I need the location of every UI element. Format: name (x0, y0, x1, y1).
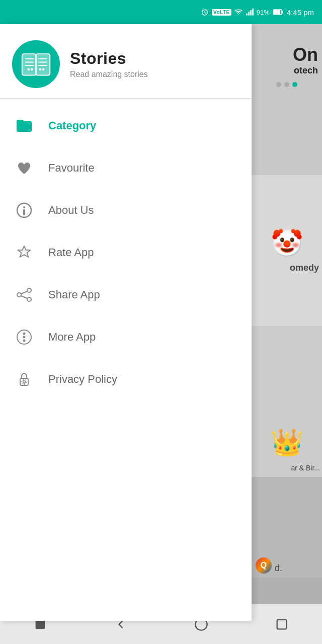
svg-point-18 (39, 68, 41, 71)
svg-line-26 (21, 291, 27, 294)
privacy-policy-label: Privacy Policy (48, 373, 117, 386)
ad-card: Q d. (252, 477, 322, 578)
rate-app-label: Rate App (48, 246, 94, 259)
svg-rect-4 (252, 9, 254, 16)
svg-point-21 (23, 206, 25, 208)
crown-emoji: 👑 (271, 427, 303, 458)
signal-icon (246, 8, 254, 16)
more-app-label: More App (48, 331, 96, 344)
heart-icon (14, 158, 34, 178)
svg-rect-2 (248, 12, 250, 15)
svg-point-31 (23, 340, 26, 342)
drawer-menu: Category Favourite (0, 99, 252, 621)
svg-point-17 (31, 68, 33, 71)
main-layout: Stories Read amazing stories Category (0, 24, 322, 621)
battery-percent: 91% (257, 9, 270, 16)
svg-rect-6 (274, 10, 280, 14)
menu-item-about-us[interactable]: About Us (0, 189, 252, 231)
share-icon (14, 285, 34, 305)
svg-point-24 (17, 293, 21, 297)
banner-text-sub: otech (252, 65, 322, 76)
menu-item-privacy-policy[interactable]: Privacy Policy (0, 358, 252, 400)
folder-icon (14, 116, 34, 136)
ad-text: d. (275, 563, 282, 574)
wifi-icon (234, 8, 243, 16)
birthday-label: ar & Bir... (291, 464, 322, 472)
battery-icon (273, 9, 284, 16)
favourite-label: Favourite (48, 162, 95, 175)
menu-item-category[interactable]: Category (0, 105, 252, 147)
svg-rect-1 (246, 14, 248, 16)
menu-item-favourite[interactable]: Favourite (0, 147, 252, 189)
clown-emoji: 🤡 (271, 228, 303, 259)
drawer-header: Stories Read amazing stories (0, 24, 252, 99)
app-title: Stories (70, 49, 148, 68)
time-display: 4:45 pm (287, 8, 314, 17)
comedy-label: omedy (290, 263, 322, 273)
privacy-icon (14, 369, 34, 389)
svg-point-16 (27, 68, 30, 71)
svg-point-25 (27, 297, 31, 301)
menu-item-rate-app[interactable]: Rate App (0, 231, 252, 274)
more-icon (14, 327, 34, 347)
alarm-icon (201, 8, 209, 16)
about-us-label: About Us (48, 204, 94, 217)
banner-text-big: On (252, 24, 322, 65)
svg-point-19 (42, 68, 45, 71)
status-icons: VoLTE 91% 4:45 pm (201, 8, 314, 17)
dot-1 (276, 82, 281, 87)
dot-3-active (292, 82, 297, 87)
app-subtitle: Read amazing stories (70, 70, 148, 79)
right-panel: On otech 🤡 omedy 👑 ar & Bir... Q d. (252, 24, 322, 621)
ad-logo: Q (256, 557, 272, 574)
app-info: Stories Read amazing stories (70, 49, 148, 79)
info-icon (14, 200, 34, 220)
banner-card-1: On otech (252, 24, 322, 175)
svg-rect-3 (250, 10, 252, 16)
menu-item-more-app[interactable]: More App (0, 316, 252, 358)
svg-line-27 (21, 296, 27, 298)
svg-point-29 (23, 333, 26, 335)
recent-button[interactable] (267, 609, 297, 639)
svg-rect-22 (23, 209, 25, 215)
svg-point-30 (23, 336, 26, 339)
dot-2 (284, 82, 289, 87)
volte-badge: VoLTE (212, 9, 231, 16)
menu-item-share-app[interactable]: Share App (0, 274, 252, 316)
category-label: Category (48, 119, 96, 132)
svg-point-23 (27, 288, 31, 292)
status-bar: VoLTE 91% 4:45 pm (0, 0, 322, 24)
book-icon (20, 48, 52, 80)
navigation-drawer: Stories Read amazing stories Category (0, 24, 252, 621)
category-card-birthday: 👑 ar & Bir... (252, 326, 322, 477)
app-logo (12, 40, 60, 88)
svg-rect-40 (277, 619, 287, 629)
category-card-comedy: 🤡 omedy (252, 175, 322, 326)
carousel-dots (252, 76, 322, 91)
star-icon (14, 243, 34, 263)
share-app-label: Share App (48, 288, 100, 301)
